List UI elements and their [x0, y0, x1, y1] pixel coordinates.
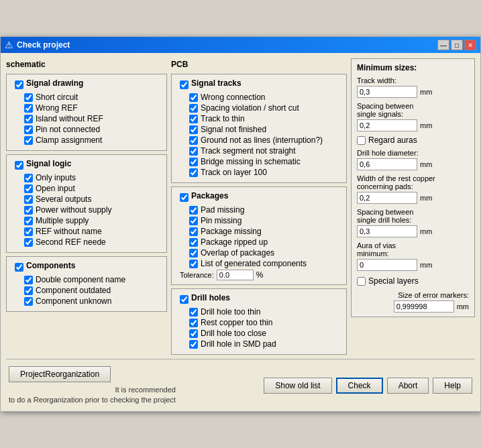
components-checkbox[interactable]: [15, 263, 23, 272]
components-label: Components: [26, 261, 75, 270]
minimum-sizes-panel: Minimum sizes: Track width: mm Spacing b…: [351, 58, 475, 317]
drill-hole-smd-label: Drill hole in SMD pad: [201, 339, 276, 349]
drill-holes-header: Drill holes: [177, 293, 341, 306]
special-layers-label: Special layers: [368, 276, 419, 286]
second-ref-checkbox[interactable]: [24, 238, 33, 247]
package-ripped-checkbox[interactable]: [189, 238, 198, 247]
island-without-ref-label: Island without REF: [36, 114, 103, 123]
wrong-ref-checkbox[interactable]: [24, 104, 33, 113]
track-on-layer-checkbox[interactable]: [189, 168, 198, 177]
signal-logic-section: Signal logic Only inputs Open input Seve…: [6, 154, 167, 253]
size-error-row: Size of error markers: mm: [357, 291, 469, 313]
open-input-label: Open input: [36, 184, 75, 193]
spacing-drill-unit: mm: [420, 227, 432, 235]
spacing-single-row: Spacing betweensingle signals: mm: [357, 102, 469, 131]
island-without-ref-item: Island without REF: [12, 114, 161, 123]
signal-drawing-section: Signal drawing Short circuit Wrong REF I…: [6, 74, 167, 151]
overlap-packages-checkbox[interactable]: [189, 249, 198, 258]
pin-not-connected-label: Pin not connected: [36, 125, 100, 134]
pcb-label: PCB: [171, 58, 347, 70]
rest-copper-label: Width of the rest copperconcerning pads:: [357, 174, 469, 190]
multiple-supply-checkbox[interactable]: [24, 217, 33, 225]
drill-hole-close-checkbox[interactable]: [189, 329, 198, 338]
drill-hole-thin-label: Drill hole too thin: [201, 307, 260, 317]
overlap-packages-label: Overlap of packages: [201, 248, 274, 258]
project-reorganization-button[interactable]: ProjectReorganization: [9, 366, 111, 382]
spacing-single-input[interactable]: [357, 119, 417, 131]
drill-holes-label: Drill holes: [191, 293, 230, 302]
open-input-checkbox[interactable]: [24, 184, 33, 193]
several-outputs-checkbox[interactable]: [24, 195, 33, 204]
regard-auras-row: Regard auras: [357, 135, 469, 145]
close-button[interactable]: ✕: [464, 40, 476, 50]
maximize-button[interactable]: □: [451, 40, 463, 50]
size-error-input[interactable]: [394, 300, 454, 313]
signal-tracks-label: Signal tracks: [191, 78, 242, 88]
signal-not-finished-checkbox[interactable]: [189, 125, 198, 134]
ground-not-as-lines-checkbox[interactable]: [189, 136, 198, 145]
double-component-checkbox[interactable]: [24, 276, 33, 284]
regard-auras-label: Regard auras: [368, 135, 417, 145]
abort-button[interactable]: Abort: [387, 378, 429, 394]
min-sizes-title: Minimum sizes:: [357, 63, 469, 72]
packages-checkbox[interactable]: [180, 193, 189, 202]
spacing-violation-checkbox[interactable]: [189, 104, 198, 113]
double-component-label: Double component name: [36, 275, 125, 284]
component-outdated-checkbox[interactable]: [24, 286, 33, 295]
track-to-thin-checkbox[interactable]: [189, 115, 198, 123]
pin-not-connected-checkbox[interactable]: [24, 125, 33, 134]
aura-vias-input[interactable]: [357, 259, 417, 271]
track-segment-checkbox[interactable]: [189, 147, 198, 156]
drill-hole-diameter-label: Drill hole diameter:: [357, 149, 469, 157]
show-old-list-button[interactable]: Show old list: [264, 378, 331, 394]
package-ripped-label: Package ripped up: [201, 237, 268, 247]
schematic-label: schematic: [6, 58, 167, 70]
drill-hole-thin-checkbox[interactable]: [189, 308, 198, 317]
help-button[interactable]: Help: [433, 378, 472, 394]
check-button[interactable]: Check: [336, 378, 383, 394]
packages-label: Packages: [191, 191, 228, 201]
drill-hole-smd-checkbox[interactable]: [189, 340, 198, 349]
size-error-label: Size of error markers:: [357, 291, 469, 299]
signal-drawing-checkbox[interactable]: [15, 80, 23, 89]
list-generated-checkbox[interactable]: [189, 260, 198, 268]
track-width-unit: mm: [420, 88, 432, 96]
only-inputs-checkbox[interactable]: [24, 174, 33, 182]
package-missing-checkbox[interactable]: [189, 227, 198, 236]
power-without-supply-checkbox[interactable]: [24, 206, 33, 215]
wrong-connection-checkbox[interactable]: [189, 93, 198, 102]
signal-tracks-checkbox[interactable]: [180, 80, 189, 89]
component-unknown-label: Component unknown: [36, 296, 111, 306]
rest-copper-thin-checkbox[interactable]: [189, 319, 198, 327]
clamp-assignment-checkbox[interactable]: [24, 136, 33, 145]
regard-auras-checkbox[interactable]: [357, 136, 366, 145]
track-width-input[interactable]: [357, 86, 417, 98]
island-without-ref-checkbox[interactable]: [24, 115, 33, 123]
drill-hole-input[interactable]: [357, 158, 417, 170]
rest-copper-thin-label: Rest copper too thin: [201, 318, 272, 327]
track-width-row: Track width: mm: [357, 76, 469, 98]
pin-missing-checkbox[interactable]: [189, 217, 198, 225]
tolerance-label: Tolerance:: [180, 271, 214, 279]
special-layers-checkbox[interactable]: [357, 277, 366, 286]
signal-logic-checkbox[interactable]: [15, 161, 23, 170]
drill-holes-section: Drill holes Drill hole too thin Rest cop…: [171, 288, 347, 355]
short-circuit-checkbox[interactable]: [24, 93, 33, 102]
tolerance-unit: %: [256, 270, 264, 280]
middle-panel: PCB Signal tracks Wrong connection: [171, 58, 347, 355]
window-title: Check project: [17, 40, 70, 50]
component-unknown-checkbox[interactable]: [24, 297, 33, 306]
bridge-missing-checkbox[interactable]: [189, 158, 198, 166]
minimize-button[interactable]: —: [437, 40, 449, 50]
pad-missing-label: Pad missing: [201, 205, 244, 215]
rest-copper-input[interactable]: [357, 192, 417, 204]
ref-without-name-checkbox[interactable]: [24, 227, 33, 236]
bottom-section: ProjectReorganization It is recommendedt…: [6, 359, 475, 406]
pad-missing-checkbox[interactable]: [189, 206, 198, 215]
tolerance-input[interactable]: [217, 270, 254, 280]
right-area: PCB Signal tracks Wrong connection: [171, 58, 475, 355]
drill-holes-checkbox[interactable]: [180, 295, 189, 304]
size-error-unit: mm: [457, 302, 469, 311]
aura-vias-row: Aura of viasminimum: mm: [357, 241, 469, 271]
spacing-drill-input[interactable]: [357, 225, 417, 237]
